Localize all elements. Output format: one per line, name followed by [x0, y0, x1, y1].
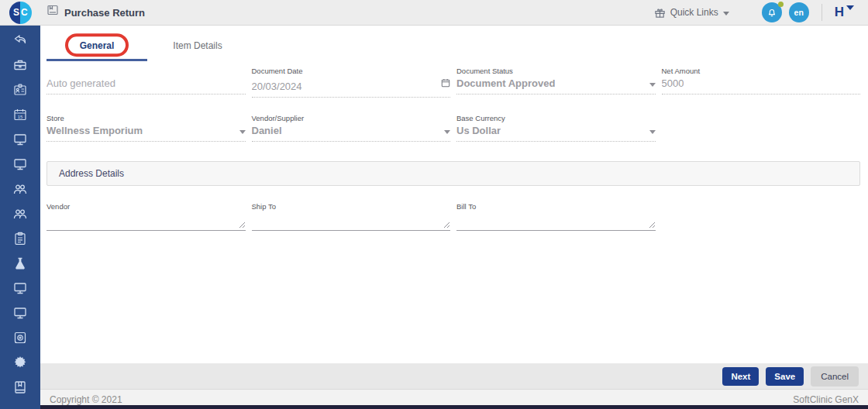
- journal-icon: [46, 4, 59, 19]
- chevron-down-icon: [723, 12, 729, 15]
- calendar-icon[interactable]: 15: [12, 107, 28, 122]
- user-initial: H: [835, 5, 844, 20]
- base-currency-select[interactable]: Us Dollar: [456, 124, 656, 142]
- address-fields: Vendor Ship To Bill To: [40, 186, 868, 231]
- main-content: General Item Details Document Date: [40, 26, 868, 409]
- field-label: Vendor/Supplier: [252, 114, 451, 124]
- net-amount-input[interactable]: 5000: [662, 77, 861, 95]
- users-partial-icon[interactable]: [12, 404, 28, 409]
- tab-general[interactable]: General: [46, 34, 147, 61]
- tab-item-details-label: Item Details: [173, 40, 222, 51]
- dropdown-caret-icon: [239, 130, 246, 134]
- logo-letter-c: C: [20, 2, 32, 24]
- brand-text: SoftClinic GenX: [793, 394, 859, 405]
- calendar-day: 15: [18, 115, 23, 119]
- clipboard-icon[interactable]: [12, 231, 28, 246]
- field-label: Bill To: [456, 202, 656, 211]
- field-label: Net Amount: [662, 67, 861, 77]
- bottom-strip: [40, 405, 868, 409]
- next-button[interactable]: Next: [722, 367, 759, 386]
- purchase-return-page: S C Purchase Return Quick Li: [0, 0, 868, 409]
- field-base-currency: Base Currency Us Dollar: [456, 114, 656, 142]
- resize-handle-icon[interactable]: [239, 222, 246, 229]
- cancel-button[interactable]: Cancel: [811, 366, 859, 387]
- safe-icon[interactable]: [12, 330, 28, 345]
- field-document-no: [46, 67, 246, 98]
- page-title-group: Purchase Return: [46, 4, 145, 21]
- book-icon[interactable]: [12, 380, 28, 395]
- field-value: 5000: [662, 77, 684, 89]
- field-value: Us Dollar: [456, 125, 501, 136]
- field-label: Store: [46, 114, 246, 124]
- quick-links-label: Quick Links: [670, 7, 718, 18]
- date-picker-calendar-icon[interactable]: [441, 77, 450, 91]
- field-value: Wellness Emporium: [46, 125, 143, 136]
- id-badge-icon[interactable]: [12, 82, 28, 98]
- content-spacer: [40, 231, 868, 363]
- save-button[interactable]: Save: [766, 367, 804, 386]
- field-label: Document Status: [456, 67, 656, 77]
- document-no-control: [46, 77, 246, 95]
- bell-icon: [766, 7, 777, 18]
- field-net-amount: Net Amount 5000: [662, 67, 861, 98]
- copyright-text: Copyright © 2021: [50, 394, 122, 405]
- ship-to-textarea[interactable]: [252, 212, 451, 231]
- document-status-select[interactable]: Document Approved: [456, 77, 656, 95]
- vendor-supplier-select[interactable]: Daniel: [252, 124, 451, 142]
- field-label: Vendor: [46, 202, 246, 211]
- address-details-header: Address Details: [46, 161, 860, 186]
- general-form: Document Date 20/03/2024 Document Status…: [40, 61, 868, 142]
- field-label: Ship To: [252, 202, 451, 211]
- dropdown-caret-icon: [649, 130, 656, 134]
- monitor-icon[interactable]: [12, 280, 28, 296]
- field-ship-to-address: Ship To: [252, 202, 451, 231]
- bill-to-textarea[interactable]: [456, 212, 656, 231]
- field-bill-to-address: Bill To: [456, 202, 656, 231]
- field-label: Base Currency: [456, 114, 656, 124]
- notification-dot: [778, 2, 784, 7]
- monitor-icon[interactable]: [12, 132, 28, 147]
- field-value: Document Approved: [456, 77, 555, 89]
- dropdown-caret-icon: [649, 83, 656, 87]
- field-label: Document Date: [252, 67, 451, 77]
- app-logo[interactable]: S C: [0, 2, 40, 24]
- notifications-button[interactable]: [762, 2, 782, 22]
- header-divider: [822, 4, 822, 21]
- user-menu[interactable]: H: [835, 5, 854, 20]
- settings-gear-icon[interactable]: [12, 355, 28, 370]
- dropdown-caret-icon: [444, 130, 450, 134]
- back-reply-icon[interactable]: [12, 33, 28, 48]
- resize-handle-icon[interactable]: [443, 222, 450, 229]
- store-select[interactable]: Wellness Emporium: [46, 124, 246, 142]
- top-bar-right: Quick Links en H: [654, 2, 868, 22]
- tab-item-details[interactable]: Item Details: [147, 34, 248, 61]
- logo-letter-s: S: [9, 2, 21, 24]
- document-no-input[interactable]: [46, 77, 246, 89]
- briefcase-icon[interactable]: [12, 57, 28, 73]
- tab-bar: General Item Details: [40, 34, 868, 61]
- top-bar: S C Purchase Return Quick Li: [0, 0, 868, 26]
- field-vendor-address: Vendor: [46, 202, 246, 231]
- page-title: Purchase Return: [64, 7, 145, 19]
- user-chevron-down-icon: [846, 5, 854, 10]
- gift-icon: [654, 7, 666, 19]
- language-button[interactable]: en: [789, 2, 809, 22]
- vendor-address-textarea[interactable]: [46, 212, 246, 231]
- field-vendor-supplier: Vendor/Supplier Daniel: [252, 114, 451, 142]
- document-date-input[interactable]: 20/03/2024: [252, 77, 451, 98]
- quick-links-menu[interactable]: Quick Links: [654, 7, 729, 19]
- resize-handle-icon[interactable]: [649, 222, 656, 229]
- action-bar: Next Save Cancel: [40, 363, 868, 389]
- softclinic-logo-icon: S C: [9, 2, 32, 24]
- monitor-icon[interactable]: [12, 156, 28, 172]
- monitor-icon[interactable]: [12, 305, 28, 321]
- field-value: 20/03/2024: [252, 81, 302, 92]
- field-document-status: Document Status Document Approved: [456, 67, 656, 98]
- flask-icon[interactable]: [12, 256, 28, 271]
- users-icon[interactable]: [12, 206, 28, 222]
- users-icon[interactable]: [12, 181, 28, 197]
- sidebar-nav: 15: [0, 26, 40, 409]
- field-label: [46, 67, 246, 77]
- field-document-date: Document Date 20/03/2024: [252, 67, 451, 98]
- field-value: Daniel: [252, 125, 282, 136]
